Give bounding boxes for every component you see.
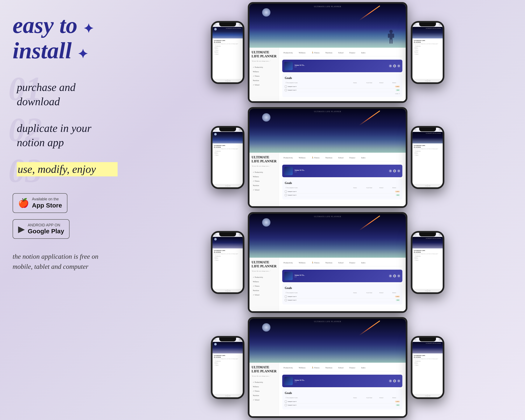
phone-hero-2 — [213, 132, 243, 143]
play-button[interactable]: ▶ — [393, 65, 396, 67]
col-h-del-2: Delete — [392, 187, 400, 189]
s4-f: ✓ Fitness — [252, 390, 277, 393]
nt3-n: Nutrition — [324, 261, 334, 264]
tg-4a: 1,042 — [395, 401, 400, 402]
col-h-incomplete-2: ☐ Incomplete Goals — [285, 187, 352, 189]
pq-4: "If your life can change once, your life… — [214, 358, 242, 359]
phone-screen-3: 9:41●●● ULTIMATE LIFEPLANNER "If your li… — [213, 233, 243, 292]
aurora-3 — [250, 240, 406, 258]
c3-gd: Goal Date — [366, 291, 378, 294]
music-info-2: Anime & Ch... Lofi — [294, 169, 387, 172]
music-player: Anime & Ch... Lofi ⏮ ▶ ⏭ — [282, 60, 402, 72]
n2-school: School — [337, 156, 345, 159]
nav-item-finance: Finance — [348, 51, 357, 54]
cb-4a[interactable] — [285, 401, 287, 402]
tablet-main-1: ULTIMATE LIFE PLANNER ULTIMATE LIFE PLAN… — [248, 2, 407, 103]
ni-4-w: Wellness — [214, 362, 242, 364]
nt4-p: Productivity — [282, 366, 294, 369]
google-play-label-small: ANDROID APP ON — [28, 223, 64, 228]
goals-2: Goals ☐ Incomplete Goals Status Goal Dat… — [282, 179, 402, 199]
tit-r3: ULTIMATE LIFE PLANNER — [426, 238, 441, 239]
cb-3b[interactable] — [285, 299, 287, 301]
gtt-4b: Sample Goal 2 — [288, 404, 297, 406]
album-2 — [284, 167, 293, 175]
c4-del: Delete — [392, 396, 400, 399]
play-4[interactable]: ▶ — [393, 380, 396, 383]
left-panel: easy to ✦ install ✦ 01 purchase and down… — [0, 0, 130, 420]
cb-2a[interactable] — [285, 190, 287, 193]
phone-page-title: ULTIMATE LIFEPLANNER — [214, 40, 242, 43]
nav-2-productivity: ✓ Productivity — [214, 150, 242, 152]
s2-fitness: ✓ Fitness — [252, 179, 277, 183]
checkbox-1[interactable] — [285, 85, 287, 88]
nt3-s: School — [337, 261, 345, 264]
goal-row-1: Sample Goal 4 1,042 — [285, 85, 400, 88]
prev-4[interactable]: ⏮ — [389, 380, 392, 383]
c4-inc: ☐ Incomplete Goals — [285, 396, 352, 399]
checkbox-2[interactable] — [285, 89, 287, 91]
hero-4 — [213, 342, 243, 354]
top-nav: Productivity Wellness 🏃 Fitness Nutritio… — [282, 51, 402, 56]
tablet-screen-3: ULTIMATE LIFE PLANNER ULTIMATE LIFE PLAN… — [250, 214, 406, 311]
screen-4: 9:41●●● ULTIMATE LIFEPLANNER "If your li… — [213, 338, 243, 397]
goals-section: Goals ☐ Incomplete Goals Status Goal Dat… — [282, 74, 402, 97]
phone-hero-r: ULTIMATE LIFE PLANNER — [412, 27, 443, 38]
prev-3[interactable]: ⏮ — [389, 274, 392, 277]
sidebar-school: ✓ School — [252, 83, 277, 86]
next-2[interactable]: ⏭ — [397, 169, 400, 172]
ni-r4-f: ✓ Fitness — [414, 364, 441, 366]
col-h-school-2: School — [378, 187, 391, 189]
google-play-icon: ▶ — [18, 224, 25, 234]
album-4 — [284, 377, 293, 385]
tag-2b: 342 — [396, 194, 400, 196]
app-store-badge[interactable]: 🍎 Available on the App Store — [13, 193, 67, 213]
svg-rect-2 — [388, 34, 390, 38]
nav-r2-p: ✓ Productivity — [414, 150, 441, 152]
star-t3 — [359, 215, 380, 231]
controls-2: ⏮ ▶ ⏭ — [389, 169, 400, 172]
nav-r2-f: ✓ Fitness — [414, 154, 441, 156]
phone-right-2: 9:41●●● ULTIMATE LIFE PLANNER ULTIMATE L… — [411, 126, 444, 189]
s4-p: ✓ Productivity — [252, 381, 277, 384]
next-button[interactable]: ⏭ — [397, 65, 400, 67]
next-3[interactable]: ⏭ — [397, 274, 400, 277]
phone-quote-r2: "If your life can change once, your life… — [414, 148, 441, 149]
play-2[interactable]: ▶ — [393, 169, 396, 172]
sidebar-wellness: Wellness — [252, 70, 277, 73]
s2-school: ✓ School — [252, 188, 277, 192]
next-4[interactable]: ⏭ — [397, 380, 400, 383]
cb-2b[interactable] — [285, 194, 287, 196]
prev-2[interactable]: ⏮ — [389, 169, 392, 172]
phone-quote-2: "If your life can change once, your life… — [214, 148, 242, 149]
content-area: ULTIMATE LIFE PLANNER "If your life can … — [250, 48, 406, 101]
gh-4: ☐ Incomplete Goals Status Goal Date Scho… — [285, 396, 400, 399]
bot-r4: ⌂ ◯ ◁ — [412, 394, 443, 397]
col-status: Status — [352, 82, 365, 84]
s3-w: Wellness — [252, 280, 277, 283]
goal-tag-2: 342 — [396, 89, 400, 91]
tit-r4: ULTIMATE LIFE PLANNER — [426, 343, 441, 344]
cb-3a[interactable] — [285, 296, 287, 298]
phone-top-title-r: ULTIMATE LIFE PLANNER — [426, 28, 441, 29]
nav-r-productivity: ✓ Productivity — [414, 45, 441, 47]
gt-2b: Sample Goal 2 — [288, 194, 297, 196]
anime-sky-bg: ULTIMATE LIFE PLANNER — [250, 4, 406, 48]
nav-nutrition: Nutrition — [214, 51, 242, 53]
goals-title: Goals — [285, 76, 400, 80]
nt4-fi: Finance — [348, 366, 357, 369]
cb-4b[interactable] — [285, 404, 287, 406]
google-play-label-large: Google Play — [28, 227, 64, 235]
col-delete: Delete — [392, 82, 400, 84]
n2-fitness: 🏃 Fitness — [310, 156, 321, 159]
nav-school: ✓ School — [214, 53, 242, 55]
prev-button[interactable]: ⏮ — [389, 65, 392, 67]
top-nav-2: Productivity Wellness 🏃 Fitness Nutritio… — [282, 156, 402, 161]
nav-3-w: Wellness — [214, 257, 242, 259]
ni-r4-p: ✓ Productivity — [414, 360, 441, 362]
music-3: Anime & Ch... Lofi ⏮ ▶ ⏭ — [282, 270, 402, 282]
nt3-fi: Finance — [348, 261, 357, 264]
nt4-i: Index — [360, 366, 367, 369]
play-3[interactable]: ▶ — [393, 274, 396, 277]
cont-t4: ULTIMATE LIFE PLANNER "If your life can … — [250, 363, 406, 416]
google-play-badge[interactable]: ▶ ANDROID APP ON Google Play — [13, 219, 69, 239]
